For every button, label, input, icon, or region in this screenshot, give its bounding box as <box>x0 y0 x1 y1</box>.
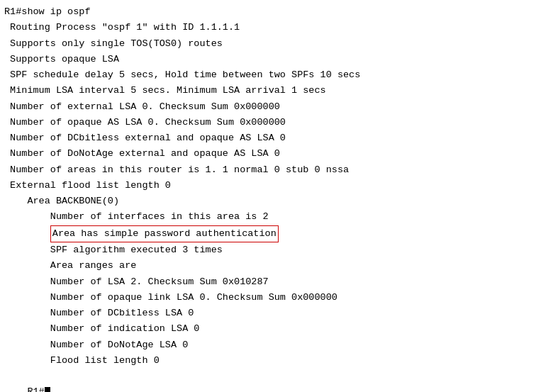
terminal-line-line12: Area BACKBONE(0) <box>4 194 549 209</box>
terminal-line-cmd: R1#show ip ospf <box>4 4 549 20</box>
final-prompt: R1# <box>27 386 44 392</box>
terminal-window: R1#show ip ospf Routing Process "ospf 1"… <box>0 0 553 392</box>
terminal-line-line9: Number of DoNotAge external and opaque A… <box>4 146 549 162</box>
terminal-line-line22: Flood list length 0 <box>4 353 549 369</box>
terminal-line-line8: Number of DCbitless external and opaque … <box>4 130 549 146</box>
terminal-line-line14: Area has simple password authentication <box>4 225 549 242</box>
terminal-line-line17: Number of LSA 2. Checksum Sum 0x010287 <box>4 274 549 290</box>
terminal-line-line11: External flood list length 0 <box>4 178 549 194</box>
terminal-line-line15: SPF algorithm executed 3 times <box>4 242 549 258</box>
terminal-line-line18: Number of opaque link LSA 0. Checksum Su… <box>4 290 549 306</box>
final-prompt-line: R1# <box>4 369 549 392</box>
terminal-line-line10: Number of areas in this router is 1. 1 n… <box>4 162 549 178</box>
terminal-line-line20: Number of indication LSA 0 <box>4 321 549 337</box>
terminal-line-line4: SPF schedule delay 5 secs, Hold time bet… <box>4 67 549 83</box>
terminal-line-line5: Minimum LSA interval 5 secs. Minimum LSA… <box>4 83 549 99</box>
highlighted-text: Area has simple password authentication <box>50 225 279 242</box>
terminal-line-line21: Number of DoNotAge LSA 0 <box>4 337 549 353</box>
terminal-line-line16: Area ranges are <box>4 258 549 274</box>
terminal-line-line1: Routing Process "ospf 1" with ID 1.1.1.1 <box>4 20 549 35</box>
terminal-content: R1#show ip ospf Routing Process "ospf 1"… <box>4 4 549 369</box>
terminal-line-line19: Number of DCbitless LSA 0 <box>4 306 549 321</box>
terminal-line-line3: Supports opaque LSA <box>4 52 549 67</box>
terminal-line-line2: Supports only single TOS(TOS0) routes <box>4 36 549 52</box>
terminal-line-line13: Number of interfaces in this area is 2 <box>4 209 549 225</box>
terminal-line-line6: Number of external LSA 0. Checksum Sum 0… <box>4 99 549 115</box>
terminal-line-line7: Number of opaque AS LSA 0. Checksum Sum … <box>4 115 549 130</box>
line-indent <box>4 228 50 239</box>
cursor <box>45 387 50 392</box>
